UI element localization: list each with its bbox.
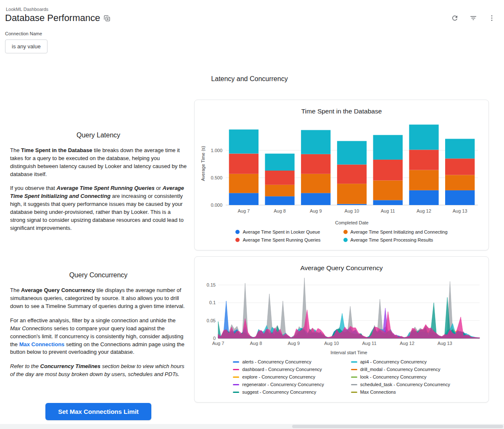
svg-text:Aug 10: Aug 10 bbox=[344, 208, 359, 213]
filter-icon[interactable] bbox=[470, 14, 477, 22]
legend-swatch bbox=[351, 361, 357, 363]
filter-label: Connection Name bbox=[5, 31, 504, 36]
concurrency-legend: alerts - Concurrency Concurrencyapi4 - C… bbox=[199, 359, 484, 395]
legend-swatch bbox=[343, 238, 348, 242]
concurrency-chart[interactable]: 00.050.10.15Aug 7Aug 8Aug 9Aug 10Aug 11A… bbox=[200, 273, 484, 356]
legend-label: api4 - Concurrency Concurrency bbox=[360, 359, 427, 364]
query-latency-tile: Query Latency The Time Spent in the Data… bbox=[10, 132, 187, 232]
svg-text:Aug 10: Aug 10 bbox=[324, 341, 339, 346]
legend-swatch bbox=[351, 369, 357, 370]
legend-item[interactable]: drill_modal - Concurrency Concurrency bbox=[351, 367, 450, 372]
legend-item[interactable]: Average Time Spent Processing Results bbox=[343, 237, 448, 242]
section-title: Latency and Concurrency bbox=[10, 75, 489, 83]
svg-text:Aug 8: Aug 8 bbox=[274, 208, 286, 213]
legend-item[interactable]: alerts - Concurrency Concurrency bbox=[233, 359, 324, 364]
chart-title: Time Spent in the Database bbox=[199, 108, 484, 115]
legend-label: dashboard - Concurrency Concurrency bbox=[242, 367, 322, 372]
legend-label: look - Concurrency Concurrency bbox=[360, 374, 427, 379]
legend-swatch bbox=[235, 230, 240, 234]
legend-label: suggest - Concurrency Concurrency bbox=[242, 390, 316, 395]
legend-label: Average Time Spent Running Queries bbox=[243, 237, 320, 242]
svg-text:0.05: 0.05 bbox=[206, 318, 215, 323]
time-spent-chart[interactable]: 0.0000.5001.000Aug 7Aug 8Aug 9Aug 10Aug … bbox=[200, 116, 484, 226]
legend-swatch bbox=[343, 230, 348, 234]
tile-paragraph: The Average Query Concurrency tile displ… bbox=[10, 287, 187, 311]
horizontal-scrollbar-thumb[interactable] bbox=[292, 425, 503, 428]
svg-text:0.500: 0.500 bbox=[211, 175, 222, 180]
tile-paragraph: The Time Spent in the Database tile brea… bbox=[10, 147, 187, 178]
legend-swatch bbox=[233, 384, 239, 385]
svg-text:Interval start Time: Interval start Time bbox=[330, 350, 367, 355]
legend-label: Average Time Spent Processing Results bbox=[351, 237, 433, 242]
svg-text:Aug 13: Aug 13 bbox=[452, 208, 467, 213]
legend-item[interactable]: Average Time Spent Running Queries bbox=[235, 237, 320, 242]
set-max-connections-button[interactable]: Set Max Connections Limit bbox=[45, 403, 151, 420]
svg-text:Aug 12: Aug 12 bbox=[416, 208, 431, 213]
svg-text:Aug 12: Aug 12 bbox=[399, 341, 414, 346]
legend-item[interactable]: Average Time Spent in Looker Queue bbox=[235, 229, 320, 234]
svg-text:Aug 11: Aug 11 bbox=[380, 208, 395, 213]
text-column: Query Latency The Time Spent in the Data… bbox=[10, 100, 187, 420]
legend-label: regenerator - Concurrency Concurrency bbox=[242, 382, 324, 387]
dashboard-body: Query Latency The Time Spent in the Data… bbox=[0, 100, 504, 420]
legend-swatch bbox=[351, 392, 357, 393]
svg-text:0.15: 0.15 bbox=[206, 282, 215, 287]
tile-paragraph: If you observe that Average Time Spent R… bbox=[10, 184, 187, 232]
legend-swatch bbox=[233, 361, 239, 363]
tile-paragraph: Refer to the Concurrency Timelines secti… bbox=[10, 363, 187, 379]
legend-swatch bbox=[233, 369, 239, 370]
legend-item[interactable]: explore - Concurrency Concurrency bbox=[233, 374, 324, 379]
refresh-icon[interactable] bbox=[451, 14, 459, 22]
legend-swatch bbox=[351, 376, 357, 378]
chart-column: Time Spent in the Database 0.0000.5001.0… bbox=[194, 100, 489, 403]
svg-text:0: 0 bbox=[213, 336, 215, 341]
page-title: Database Performance bbox=[5, 13, 100, 24]
time-spent-legend: Average Time Spent in Looker QueueAverag… bbox=[199, 229, 484, 242]
svg-text:1.000: 1.000 bbox=[211, 148, 222, 153]
legend-item[interactable]: look - Concurrency Concurrency bbox=[351, 374, 450, 379]
legend-item[interactable]: scheduled_task - Concurrency Concurrency bbox=[351, 382, 450, 387]
legend-label: Max Connections bbox=[360, 390, 396, 395]
legend-label: Average Time Spent Initializing and Conn… bbox=[351, 229, 448, 234]
legend-label: scheduled_task - Concurrency Concurrency bbox=[360, 382, 450, 387]
dashboard-toolbar bbox=[451, 14, 496, 22]
query-concurrency-tile: Query Concurrency The Average Query Conc… bbox=[10, 271, 187, 378]
query-concurrency-title: Query Concurrency bbox=[10, 271, 187, 279]
svg-text:Aug 7: Aug 7 bbox=[237, 208, 250, 213]
svg-text:Average Time (s): Average Time (s) bbox=[201, 146, 206, 181]
horizontal-scrollbar-track[interactable] bbox=[0, 424, 504, 429]
legend-swatch bbox=[233, 376, 239, 378]
svg-text:Aug 8: Aug 8 bbox=[250, 341, 262, 346]
legend-label: Average Time Spent in Looker Queue bbox=[243, 229, 320, 234]
legend-swatch bbox=[233, 392, 239, 393]
filter-bar: Connection Name is any value bbox=[5, 31, 504, 53]
connection-name-filter[interactable]: is any value bbox=[5, 39, 47, 53]
kebab-menu-icon[interactable] bbox=[488, 14, 496, 22]
legend-item[interactable]: dashboard - Concurrency Concurrency bbox=[233, 367, 324, 372]
tile-paragraph: For an effective analysis, filter by a s… bbox=[10, 317, 187, 356]
legend-item[interactable]: Average Time Spent Initializing and Conn… bbox=[343, 229, 448, 234]
svg-text:0.000: 0.000 bbox=[211, 203, 222, 208]
breadcrumb[interactable]: LookML Dashboards bbox=[0, 0, 504, 12]
legend-label: alerts - Concurrency Concurrency bbox=[242, 359, 311, 364]
svg-text:Aug 9: Aug 9 bbox=[309, 208, 322, 213]
max-connections-link[interactable]: Max Connections bbox=[19, 341, 65, 347]
legend-label: explore - Concurrency Concurrency bbox=[242, 374, 315, 379]
legend-item[interactable]: Max Connections bbox=[351, 390, 450, 395]
legend-swatch bbox=[235, 238, 240, 242]
svg-text:Aug 13: Aug 13 bbox=[437, 341, 452, 346]
svg-text:Aug 7: Aug 7 bbox=[212, 341, 224, 346]
copy-dashboard-icon[interactable] bbox=[103, 15, 111, 22]
legend-swatch bbox=[351, 384, 357, 385]
legend-item[interactable]: api4 - Concurrency Concurrency bbox=[351, 359, 450, 364]
svg-text:0.1: 0.1 bbox=[209, 300, 215, 305]
legend-item[interactable]: suggest - Concurrency Concurrency bbox=[233, 390, 324, 395]
header: Database Performance bbox=[0, 12, 504, 24]
query-latency-title: Query Latency bbox=[10, 132, 187, 139]
legend-item[interactable]: regenerator - Concurrency Concurrency bbox=[233, 382, 324, 387]
chart-title: Average Query Concurrency bbox=[199, 264, 484, 272]
svg-text:Completed Date: Completed Date bbox=[335, 220, 369, 225]
concurrency-card: Average Query Concurrency 00.050.10.15Au… bbox=[194, 256, 489, 403]
legend-label: drill_modal - Concurrency Concurrency bbox=[360, 367, 441, 372]
svg-text:Aug 11: Aug 11 bbox=[362, 341, 376, 346]
